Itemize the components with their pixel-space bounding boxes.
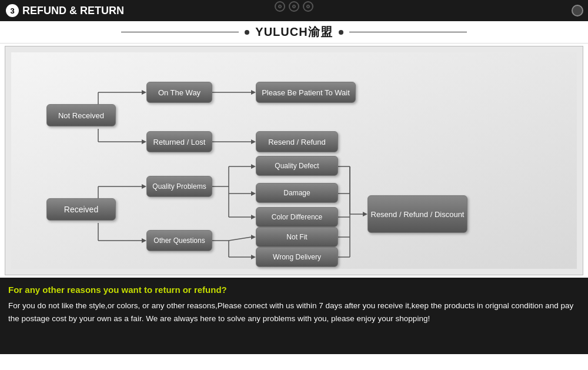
node-not-fit: Not Fit	[256, 227, 338, 247]
node-not-received: Not Received	[46, 104, 116, 126]
icon-dot-2	[292, 5, 296, 8]
node-on-the-way: On The Way	[146, 82, 212, 103]
svg-marker-31	[251, 255, 256, 259]
svg-marker-12	[142, 184, 146, 189]
header-icons	[275, 1, 313, 12]
diagram-inner: Not Received On The Way Returned / Lost …	[11, 52, 577, 269]
icon-circle-3	[303, 1, 313, 12]
svg-marker-19	[251, 164, 256, 169]
header-title: 3 REFUND & RETURN	[6, 4, 124, 17]
icon-dot-3	[306, 5, 310, 8]
body-text: For you do not like the style,or colors,…	[8, 299, 580, 326]
diagram-area: Not Received On The Way Returned / Lost …	[5, 46, 583, 275]
icon-circle-1	[275, 1, 285, 12]
icon-circle-2	[289, 1, 299, 12]
svg-marker-15	[142, 238, 146, 243]
header-number: 3	[6, 4, 19, 17]
node-resend-refund-discount: Resend / Refund / Discount	[368, 195, 467, 233]
svg-marker-9	[251, 139, 256, 144]
svg-marker-28	[251, 235, 256, 239]
brand-text: YULUCH渝盟	[255, 24, 332, 40]
header-bar: 3 REFUND & RETURN	[0, 0, 588, 21]
node-please-be-patient: Please Be Patient To Wait	[256, 82, 356, 103]
node-color-difference: Color Difference	[256, 207, 338, 227]
brand-line-right	[349, 32, 467, 32]
svg-marker-2	[142, 90, 146, 95]
node-quality-problems: Quality Problems	[146, 176, 212, 197]
svg-marker-7	[251, 90, 256, 95]
svg-marker-22	[251, 191, 256, 196]
node-resend-refund: Resend / Refund	[256, 131, 338, 152]
node-damage: Damage	[256, 183, 338, 203]
svg-marker-41	[363, 212, 368, 216]
node-received: Received	[46, 198, 116, 221]
header-right-icon	[572, 5, 583, 16]
icon-dot-1	[278, 5, 282, 8]
brand-line: YULUCH渝盟	[0, 21, 588, 44]
node-wrong-delivery: Wrong Delivery	[256, 247, 338, 267]
svg-marker-25	[251, 215, 256, 219]
highlight-text: For any other reasons you want to return…	[8, 285, 580, 295]
header-title-text: REFUND & RETURN	[22, 5, 124, 17]
brand-line-left	[121, 32, 239, 32]
brand-dot-right	[339, 30, 343, 35]
node-quality-defect: Quality Defect	[256, 156, 338, 176]
node-other-questions: Other Questions	[146, 230, 212, 251]
node-returned-lost: Returned / Lost	[146, 131, 212, 152]
bottom-section: For any other reasons you want to return…	[0, 278, 588, 354]
brand-dot-left	[245, 30, 249, 35]
svg-marker-5	[142, 139, 146, 144]
svg-line-27	[229, 237, 251, 241]
